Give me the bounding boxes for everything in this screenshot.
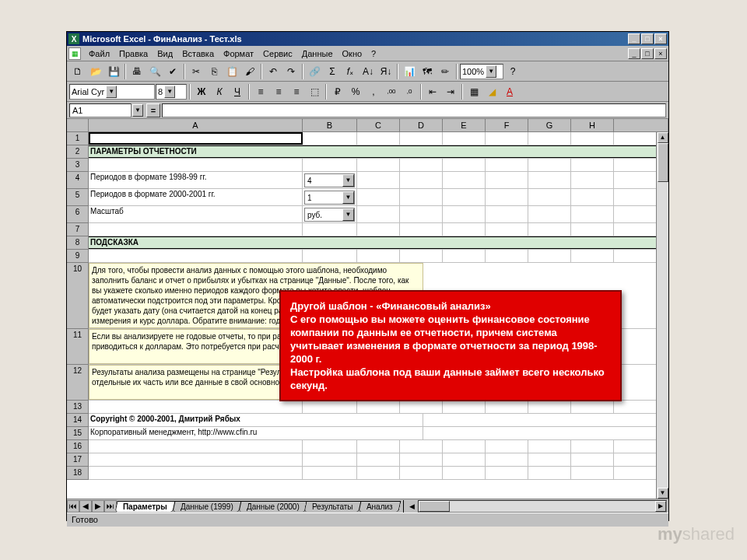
row-header[interactable]: 10: [67, 263, 89, 329]
tab-nav-prev-icon[interactable]: ◀: [79, 500, 92, 513]
cell-B6[interactable]: руб. ▼: [303, 206, 357, 222]
chevron-down-icon[interactable]: ▼: [486, 65, 496, 78]
close-button[interactable]: ×: [654, 33, 667, 44]
chevron-down-icon[interactable]: ▼: [342, 174, 354, 187]
font-combo[interactable]: Arial Cyr ▼: [69, 84, 155, 100]
map-icon[interactable]: 🗺: [419, 63, 436, 79]
dropdown-scale[interactable]: руб. ▼: [304, 208, 355, 222]
col-header-C[interactable]: C: [357, 119, 400, 131]
hyperlink-icon[interactable]: 🔗: [306, 63, 323, 79]
vertical-scrollbar[interactable]: ▲ ▼: [656, 132, 668, 499]
col-header-D[interactable]: D: [400, 119, 443, 131]
undo-icon[interactable]: ↶: [265, 63, 282, 79]
chevron-down-icon[interactable]: ▼: [342, 208, 354, 221]
menu-format[interactable]: Формат: [219, 47, 258, 60]
menu-window[interactable]: Окно: [338, 47, 367, 60]
chart-icon[interactable]: 📊: [401, 63, 418, 79]
col-header-F[interactable]: F: [486, 119, 528, 131]
dec-decimal-icon[interactable]: ,0: [401, 83, 418, 100]
sort-asc-icon[interactable]: A↓: [359, 63, 377, 79]
cut-icon[interactable]: ✂: [188, 63, 205, 79]
sheet-tab-results[interactable]: Результаты: [304, 501, 362, 512]
comma-icon[interactable]: ,: [365, 83, 382, 100]
sheet-tab-data2000[interactable]: Данные (2000): [238, 501, 307, 512]
scroll-down-icon[interactable]: ▼: [658, 488, 668, 499]
bold-button[interactable]: Ж: [193, 83, 210, 100]
workbook-icon[interactable]: ▦: [68, 47, 81, 60]
col-header-E[interactable]: E: [443, 119, 486, 131]
italic-button[interactable]: К: [211, 83, 228, 100]
label-periods-2000[interactable]: Периодов в формате 2000-2001 гг.: [89, 189, 303, 205]
zoom-combo[interactable]: 100% ▼: [460, 64, 503, 79]
label-scale[interactable]: Масштаб: [89, 206, 303, 222]
row-header[interactable]: 14: [67, 414, 89, 427]
indent-inc-icon[interactable]: ⇥: [442, 83, 459, 100]
borders-icon[interactable]: ▦: [465, 83, 482, 100]
scroll-left-icon[interactable]: ◀: [409, 502, 415, 510]
tab-nav-first-icon[interactable]: ⏮: [67, 500, 79, 513]
row-header[interactable]: 11: [67, 329, 89, 365]
dropdown-periods-9899[interactable]: 4 ▼: [304, 173, 355, 187]
formula-bar[interactable]: [162, 103, 666, 117]
chevron-down-icon[interactable]: ▼: [106, 86, 117, 98]
maximize-button[interactable]: □: [641, 33, 654, 44]
drawing-icon[interactable]: ✏: [437, 63, 454, 79]
menu-view[interactable]: Вид: [153, 47, 177, 60]
equals-button[interactable]: =: [146, 103, 160, 117]
cell-A1[interactable]: [89, 132, 303, 145]
doc-close-button[interactable]: ×: [654, 48, 667, 59]
currency-icon[interactable]: ₽: [329, 83, 346, 100]
hscroll-thumb[interactable]: [419, 501, 450, 512]
row-header[interactable]: 16: [67, 440, 89, 453]
col-header-H[interactable]: H: [571, 119, 614, 131]
row-header[interactable]: 12: [67, 365, 89, 401]
scroll-up-icon[interactable]: ▲: [658, 132, 668, 143]
tab-split-handle[interactable]: [403, 500, 408, 513]
scroll-thumb[interactable]: [658, 143, 668, 182]
fill-color-icon[interactable]: ◢: [483, 83, 500, 100]
percent-icon[interactable]: %: [347, 83, 364, 100]
menu-insert[interactable]: Вставка: [177, 47, 219, 60]
dropdown-periods-2000[interactable]: 1 ▼: [304, 191, 355, 205]
copy-icon[interactable]: ⎘: [205, 63, 223, 79]
menu-edit[interactable]: Правка: [114, 47, 153, 60]
row-header[interactable]: 13: [67, 401, 89, 414]
row-header[interactable]: 9: [67, 250, 89, 263]
col-header-B[interactable]: B: [303, 119, 357, 131]
indent-dec-icon[interactable]: ⇤: [424, 83, 441, 100]
col-header-G[interactable]: G: [528, 119, 571, 131]
scroll-right-icon[interactable]: ▶: [655, 501, 666, 512]
fontsize-combo[interactable]: 8 ▼: [156, 84, 187, 100]
select-all-corner[interactable]: [67, 119, 89, 131]
copyright-text[interactable]: Copyright © 2000-2001, Дмитрий Рябых: [89, 414, 423, 426]
row-header[interactable]: 7: [67, 223, 89, 236]
row-header[interactable]: 4: [67, 172, 89, 189]
font-color-icon[interactable]: A: [501, 83, 518, 100]
cell-B5[interactable]: 1 ▼: [303, 189, 357, 205]
save-icon[interactable]: 💾: [105, 63, 122, 79]
chevron-down-icon[interactable]: ▼: [132, 104, 143, 117]
row-header[interactable]: 6: [67, 206, 89, 223]
menu-tools[interactable]: Сервис: [258, 47, 297, 60]
menu-help[interactable]: ?: [366, 47, 381, 60]
cell-B4[interactable]: 4 ▼: [303, 172, 357, 188]
section-header-hint[interactable]: ПОДСКАЗКА: [89, 236, 657, 249]
row-header[interactable]: 3: [67, 159, 89, 172]
underline-button[interactable]: Ч: [229, 83, 246, 100]
print-icon[interactable]: 🖶: [128, 63, 146, 79]
row-header[interactable]: 2: [67, 145, 89, 159]
open-icon[interactable]: 📂: [87, 63, 104, 79]
help-icon[interactable]: ?: [504, 63, 521, 79]
link-text[interactable]: Корпоративный менеджмент, http://www.cfi…: [89, 427, 423, 439]
sheet-tab-analysis[interactable]: Анализ: [359, 501, 402, 512]
name-box[interactable]: A1: [69, 103, 132, 117]
doc-maximize-button[interactable]: □: [641, 48, 654, 59]
align-right-icon[interactable]: ≡: [288, 83, 305, 100]
minimize-button[interactable]: _: [628, 33, 640, 44]
sheet-tab-params[interactable]: Параметры: [115, 501, 176, 512]
spell-icon[interactable]: ✔: [164, 63, 181, 79]
horizontal-scrollbar[interactable]: ▶: [418, 500, 667, 513]
sheet-tab-data1999[interactable]: Данные (1999): [172, 501, 241, 512]
new-icon[interactable]: 🗋: [69, 63, 86, 79]
label-periods-9899[interactable]: Периодов в формате 1998-99 гг.: [89, 172, 303, 188]
